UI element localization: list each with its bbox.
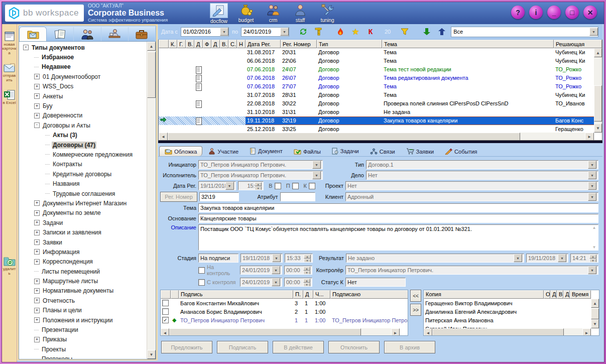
tree-tab-3[interactable] <box>101 27 129 41</box>
scroll-down-icon[interactable]: ▼ <box>591 319 599 328</box>
chevron-down-icon[interactable]: ▼ <box>280 28 289 36</box>
tab-заявки[interactable]: Заявки <box>401 147 439 156</box>
reject-button[interactable]: Отклонить <box>328 341 380 353</box>
to-action-button[interactable]: В действие <box>273 341 324 353</box>
tree-tab-2[interactable] <box>74 27 101 41</box>
time-spinner[interactable]: ▲▼ <box>255 182 262 189</box>
signature-checkbox[interactable]: ✓ <box>162 317 169 323</box>
project-select[interactable]: Нет▼ <box>345 181 598 190</box>
expand-plus-icon[interactable]: + <box>34 220 40 225</box>
column-header[interactable]: Время <box>570 290 591 299</box>
expand-plus-icon[interactable]: + <box>34 230 40 235</box>
column-header[interactable]: Ч... <box>313 290 330 299</box>
close-button[interactable]: ✕ <box>583 6 597 19</box>
funnel-icon[interactable] <box>399 26 411 37</box>
stage-date-field[interactable]: 19/11/2018▼ <box>240 254 283 263</box>
table-row[interactable]: 07.06.201826\07ДоговорТема редактировани… <box>159 74 594 82</box>
help-button[interactable]: ? <box>511 6 525 19</box>
column-header[interactable] <box>159 40 169 48</box>
chevron-down-icon[interactable]: ▼ <box>312 171 321 179</box>
expand-plus-icon[interactable]: + <box>34 249 40 255</box>
column-header[interactable]: Д <box>563 290 570 299</box>
tree-item[interactable]: +Документы по земле <box>19 208 156 218</box>
reg-num-button[interactable]: Рег. Номер <box>160 192 197 202</box>
tree-item[interactable]: +Анкеты <box>19 91 156 101</box>
tree-item[interactable]: +Маршрутные листы <box>19 276 156 286</box>
time-spinner[interactable]: ▲▼ <box>589 255 596 262</box>
on-control-time-field[interactable]: 00:00▲▼ <box>284 266 312 275</box>
fire-icon[interactable] <box>334 26 346 37</box>
module-budget[interactable]: budget <box>235 3 257 24</box>
minimize-button[interactable]: _ <box>547 6 561 19</box>
scroll-right-icon[interactable]: ► <box>585 133 594 141</box>
propose-button[interactable]: Предложить <box>161 341 212 353</box>
column-header[interactable]: В. <box>220 40 228 48</box>
scroll-thumb[interactable] <box>432 328 564 336</box>
column-header[interactable]: Дата Рег. <box>246 40 281 48</box>
module-docflow[interactable]: docflow <box>208 3 230 24</box>
chevron-down-icon[interactable]: ▼ <box>589 28 598 36</box>
doclist-vscrollbar[interactable]: ▲ ▼ <box>594 48 602 133</box>
scroll-thumb[interactable] <box>168 133 520 141</box>
tree-item[interactable]: Договоры (47) <box>19 140 156 150</box>
ruler-icon[interactable] <box>312 26 324 37</box>
table-row[interactable]: 25.12.201833\25ДоговорГеращенко <box>159 125 594 133</box>
textarea-scroll-icons[interactable]: ▲▼ <box>591 225 597 250</box>
basis-field[interactable]: Канцелярские товары <box>198 214 598 223</box>
chevron-down-icon[interactable]: ▼ <box>272 254 281 262</box>
controller-select[interactable]: ТО_Петров Инициатор Петрович.▼ <box>345 266 598 275</box>
chevron-down-icon[interactable]: ▼ <box>272 266 280 274</box>
column-header[interactable]: Д <box>211 40 220 48</box>
tree-item[interactable]: -Договоры и Акты <box>19 120 156 130</box>
from-control-checkbox[interactable] <box>198 279 205 286</box>
scroll-up-icon[interactable]: ▲ <box>594 48 602 57</box>
arrow-down-icon[interactable] <box>421 26 433 37</box>
signature-row[interactable]: ✓◆ТО_Петров Инициатор Петрович111:00ТО_П… <box>161 316 408 324</box>
column-header[interactable]: Г. <box>177 40 186 48</box>
scroll-left-icon[interactable]: ◄ <box>424 328 432 336</box>
scroll-up-icon[interactable]: ▲ <box>591 299 599 308</box>
scroll-down-icon[interactable]: ▼ <box>594 124 602 133</box>
tree-item[interactable]: +Корреспонденция <box>19 257 156 267</box>
signature-checkbox[interactable] <box>162 308 169 315</box>
tree-item[interactable]: +Нормативные документы <box>19 286 156 296</box>
info-button[interactable]: i <box>529 6 543 19</box>
column-header[interactable]: С. <box>228 40 237 48</box>
tree-item[interactable]: Проекты <box>19 344 156 354</box>
column-header[interactable]: Подписано <box>330 290 408 299</box>
chevron-down-icon[interactable]: ▼ <box>588 161 596 169</box>
flag-p-checkbox[interactable] <box>292 183 299 189</box>
scroll-left-icon[interactable]: ◄ <box>159 133 168 141</box>
tab-задачи[interactable]: Задачи <box>327 146 364 156</box>
initiator-select[interactable]: ТО_Петров Инициатор Петрович.▼ <box>198 160 323 169</box>
column-header[interactable] <box>171 290 179 299</box>
table-row[interactable]: 07.06.201827\07ДоговорТемаТО_Рожко <box>159 82 594 91</box>
tree-item[interactable]: Названия <box>19 179 156 188</box>
chevron-down-icon[interactable]: ▼ <box>272 278 280 286</box>
tab-файлы[interactable]: Файлы <box>289 147 326 156</box>
move-right-button[interactable]: >> <box>410 304 421 316</box>
column-header[interactable]: Н <box>237 40 246 48</box>
column-header[interactable]: Тип <box>317 40 382 48</box>
chevron-down-icon[interactable]: ▼ <box>558 254 566 262</box>
description-textarea[interactable]: Поставщик ООО `ТЦ Комус`обязуется постав… <box>198 224 598 251</box>
attribute-field[interactable] <box>280 192 316 201</box>
time-spinner[interactable]: ▲▼ <box>303 279 310 286</box>
toolbar-delete[interactable]: удалить <box>2 256 17 276</box>
scroll-thumb[interactable] <box>147 52 156 98</box>
column-header[interactable]: Копия <box>424 290 544 299</box>
copy-row[interactable]: Питерская Анна Ивановна <box>424 316 591 324</box>
copy-row[interactable]: Данилинка Евгений Александрович <box>424 307 591 316</box>
tab-обложка[interactable]: Обложка <box>159 146 202 156</box>
date-to-field[interactable]: 24/01/2019▼ <box>241 27 289 37</box>
signature-row[interactable]: Ананасов Борис Владимирович211:00 <box>161 307 408 316</box>
chevron-down-icon[interactable]: ▼ <box>225 182 234 190</box>
column-header[interactable]: Решающая <box>554 40 602 48</box>
client-select[interactable]: Адронный▼ <box>345 192 598 201</box>
column-header[interactable]: Ф <box>203 40 211 48</box>
expand-plus-icon[interactable]: + <box>34 93 40 99</box>
expand-plus-icon[interactable]: + <box>34 279 40 284</box>
k-filter-icon[interactable]: К <box>365 26 377 37</box>
move-left-button[interactable]: << <box>410 290 421 302</box>
tree-item[interactable]: +Задачи <box>19 218 156 227</box>
